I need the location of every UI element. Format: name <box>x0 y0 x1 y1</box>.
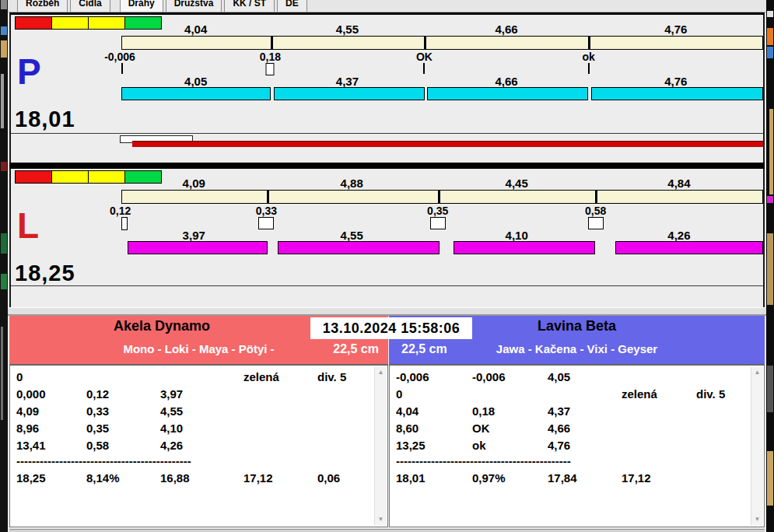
tab-dr-hy[interactable]: Dráhy <box>120 0 163 12</box>
tab-de[interactable]: DE <box>277 0 307 12</box>
table-cell: 0,58 <box>86 437 160 454</box>
crossing-label: 0,35 <box>427 205 448 217</box>
tab-label: KK / ST <box>233 0 266 9</box>
lower-split-values: 3,97 4,55 4,10 4,26 <box>121 229 763 240</box>
status-light-yellow-icon <box>88 170 125 184</box>
crossing-label: 0,18 <box>260 51 281 63</box>
scroll-down-icon[interactable]: ▼ <box>375 514 387 525</box>
status-light-red-icon <box>15 16 52 30</box>
reference-bar <box>121 36 763 50</box>
status-light-yellow-icon <box>51 170 89 184</box>
scroll-down-icon[interactable]: ▼ <box>751 514 763 525</box>
bar-segment <box>615 241 763 254</box>
table-cell: 0,12 <box>86 386 160 403</box>
table-cell: -0,006 <box>472 369 548 386</box>
table-row: 8,60OK4,66 <box>396 420 764 437</box>
table-row: 8,960,354,10 <box>16 420 387 437</box>
split-value: 4,88 <box>341 177 363 190</box>
results-table: -0,006-0,0064,050zelenádiv. 54,040,184,3… <box>396 369 764 487</box>
table-row: 13,410,584,26 <box>16 437 387 454</box>
table-divider: ----------------------------------------… <box>16 454 243 470</box>
tab-dru-stva[interactable]: Družstva <box>166 0 222 12</box>
table-row: 13,25ok4,76 <box>396 437 764 454</box>
table-cell: 18,25 <box>16 470 86 487</box>
table-cell: 4,37 <box>548 403 622 420</box>
crossing-label: 0,33 <box>256 205 277 217</box>
lane-panel-l: L 4,09 4,88 4,45 4,84 0,12 0,33 0,35 <box>9 169 765 307</box>
tick-marker-icon <box>423 63 425 74</box>
bar-segment <box>121 87 271 100</box>
horizontal-scrollbar[interactable] <box>9 529 765 532</box>
team-name: Akela Dynamo <box>9 318 314 334</box>
table-cell: 18,01 <box>396 470 472 487</box>
bar-segment <box>454 241 596 254</box>
lower-split-values: 4,05 4,37 4,66 4,76 <box>121 75 763 86</box>
desktop-fragment <box>1 74 4 128</box>
teams-section: Akela Dynamo Mono - Loki - Maya - Pötyi … <box>8 316 766 529</box>
table-row: 18,010,97%17,8417,12 <box>396 470 764 487</box>
tab-label: Družstva <box>174 0 214 9</box>
lane-letter: P <box>17 54 41 89</box>
table-cell: 8,60 <box>396 420 472 437</box>
status-light-yellow-icon <box>51 16 89 30</box>
reference-bar <box>121 190 763 204</box>
table-cell: 0 <box>16 369 86 386</box>
scroll-up-icon[interactable]: ▲ <box>751 367 763 378</box>
split-value: 4,10 <box>506 229 528 242</box>
table-cell: 17,12 <box>622 470 696 487</box>
status-light-red-icon <box>15 170 52 184</box>
crossing-labels: -0,006 0,18 OK ok <box>121 51 763 62</box>
desktop-fragment <box>767 11 773 17</box>
split-value: 4,84 <box>667 177 690 190</box>
tab-label: Dráhy <box>128 0 155 9</box>
team-lineup: Mono - Loki - Maya - Pötyi - <box>9 342 388 355</box>
table-cell <box>243 386 317 403</box>
split-value: 4,04 <box>184 23 207 36</box>
desktop-fragment <box>1 233 7 254</box>
scroll-up-icon[interactable]: ▲ <box>375 367 387 378</box>
table-cell: 16,88 <box>160 470 243 487</box>
tick-marker-icon <box>588 63 590 74</box>
table-cell: zelená <box>243 369 317 386</box>
table-cell: 0 <box>396 386 472 403</box>
table-cell: 0,000 <box>16 386 86 403</box>
table-cell: 4,04 <box>396 403 472 420</box>
table-cell <box>622 369 696 386</box>
desktop-fragment <box>767 451 773 506</box>
bar-segment <box>128 241 268 254</box>
vertical-scrollbar[interactable]: ▲ ▼ <box>374 367 387 525</box>
table-cell <box>622 420 696 437</box>
lane-panel-p: P 4,04 4,55 4,66 4,76 -0,006 0,18 OK <box>9 12 765 163</box>
split-value: 4,26 <box>667 229 690 242</box>
bar-tick <box>595 191 597 203</box>
table-cell: 0,35 <box>86 420 160 437</box>
split-value: 4,66 <box>495 23 517 36</box>
tab-rozb-h[interactable]: Rozběh <box>17 0 68 12</box>
split-value: 4,55 <box>336 23 359 36</box>
table-cell: 13,41 <box>16 437 86 454</box>
desktop-fragment <box>1 26 7 35</box>
table-cell <box>160 369 243 386</box>
crossing-markers <box>121 63 763 75</box>
table-cell <box>86 369 160 386</box>
desktop-fragment <box>767 233 773 305</box>
bar-segment <box>427 87 588 100</box>
bar-segment <box>591 87 763 100</box>
desktop-fragment <box>769 109 773 194</box>
desktop-edge-left <box>0 0 8 532</box>
table-cell: 0,97% <box>472 470 548 487</box>
crossing-markers <box>121 217 763 229</box>
tab-kk-st[interactable]: KK / ST <box>224 0 275 12</box>
run-progress <box>11 134 763 149</box>
tab--idla[interactable]: Čidla <box>70 0 110 12</box>
table-divider: ----------------------------------------… <box>396 454 623 470</box>
split-value: 4,76 <box>664 75 687 88</box>
upper-split-values: 4,04 4,55 4,66 4,76 <box>121 23 763 34</box>
table-cell <box>243 420 317 437</box>
vertical-scrollbar[interactable]: ▲ ▼ <box>751 367 763 525</box>
table-row: 4,090,334,55 <box>16 403 387 420</box>
tab-label: Čidla <box>79 0 101 9</box>
desktop-fragment <box>767 28 773 45</box>
tab-label: DE <box>285 0 299 9</box>
table-cell: 4,05 <box>548 369 622 386</box>
